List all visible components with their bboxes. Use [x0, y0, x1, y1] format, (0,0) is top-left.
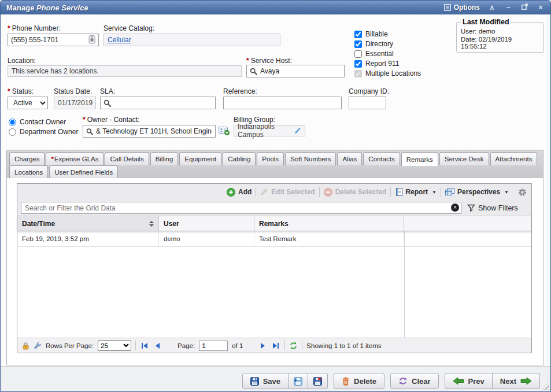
collapse-icon[interactable]: ∧ [488, 3, 496, 12]
service-host-value: Avaya [260, 67, 279, 75]
required-asterisk: * [83, 116, 86, 124]
tab-remarks[interactable]: Remarks [401, 152, 438, 166]
perspectives-button[interactable]: Perspectives ▼ [445, 188, 509, 196]
clear-refresh-icon [398, 377, 408, 385]
toolbar-separator [256, 187, 256, 197]
edit-selected-button: Edit Selected [260, 188, 315, 196]
phone-number-input[interactable] [8, 34, 99, 46]
delete-button[interactable]: Delete [334, 373, 384, 389]
next-page-button[interactable] [259, 342, 267, 349]
page-label: Page: [177, 342, 195, 349]
table-row[interactable]: Feb 19, 2019, 3:52 pm demo Test Remark [17, 231, 531, 247]
options-button[interactable]: Options [444, 3, 480, 12]
pager-separator [302, 341, 302, 350]
save-button[interactable]: Save [242, 373, 289, 389]
contact-owner-radio[interactable] [9, 119, 16, 126]
page-input[interactable] [199, 341, 228, 351]
tab-alias[interactable]: Alias [337, 152, 362, 165]
add-contact-icon[interactable] [219, 126, 230, 138]
close-icon[interactable]: × [537, 3, 545, 12]
column-header-user[interactable]: User [159, 216, 254, 231]
location-field: This service has 2 locations. [8, 65, 242, 77]
lock-icon[interactable] [22, 342, 29, 350]
tab-service-desk[interactable]: Service Desk [439, 152, 489, 165]
show-filters-button[interactable]: Show Filters [467, 204, 518, 212]
prev-page-button[interactable] [153, 342, 161, 349]
directory-checkbox[interactable] [354, 40, 362, 48]
resize-grip[interactable] [542, 383, 549, 390]
minimize-icon[interactable]: − [504, 3, 512, 12]
tab-attachments[interactable]: Attachments [490, 152, 538, 165]
tab-billing[interactable]: Billing [150, 152, 179, 165]
wrench-icon[interactable] [34, 342, 42, 350]
rows-per-page-select[interactable]: 25 [98, 340, 131, 351]
tab-charges[interactable]: Charges [9, 152, 45, 165]
refresh-icon[interactable] [289, 342, 298, 350]
report-button[interactable]: Report ▼ [395, 188, 437, 196]
status-select[interactable]: Active [8, 97, 48, 109]
tab-user-defined-fields[interactable]: User Defined Fields [49, 165, 118, 179]
essential-checkbox[interactable] [354, 50, 362, 58]
tab-expense-glas[interactable]: *Expense GLAs [46, 152, 103, 165]
search-icon [86, 128, 93, 135]
owner-contact-lookup[interactable]: & Technology ET 101H, School Engineer [83, 125, 216, 138]
service-host-label: *Service Host: [246, 57, 292, 65]
company-id-input[interactable] [349, 97, 386, 109]
report-911-checkbox-row: Report 911 [354, 60, 399, 68]
status-date-field: 01/17/2019 [54, 97, 96, 109]
save-and-new-button[interactable] [289, 373, 308, 389]
toolbar-separator [441, 187, 441, 197]
reference-input[interactable] [223, 97, 342, 109]
report-911-checkbox[interactable] [354, 60, 362, 68]
tab-pools[interactable]: Pools [257, 152, 284, 165]
sla-lookup[interactable] [100, 97, 216, 109]
clear-button[interactable]: Clear [390, 373, 439, 389]
last-page-button[interactable] [271, 342, 280, 349]
tab-locations[interactable]: Locations [9, 165, 48, 179]
report-911-label: Report 911 [365, 60, 399, 68]
billable-checkbox[interactable] [354, 31, 362, 38]
sla-label: SLA: [100, 87, 115, 95]
next-button[interactable]: Next [493, 373, 540, 389]
tab-equipment[interactable]: Equipment [179, 152, 221, 165]
service-catalog-link[interactable]: Cellular [108, 36, 131, 44]
tab-soft-numbers[interactable]: Soft Numbers [285, 152, 336, 165]
edit-pencil-icon [260, 188, 268, 196]
clear-search-icon[interactable]: × [451, 204, 459, 212]
titlebar: Manage Phone Service Options ∧ − × [1, 1, 550, 14]
filter-funnel-icon [467, 204, 475, 212]
phone-extension-icon[interactable] [88, 35, 95, 46]
chevron-down-icon: ▼ [432, 190, 437, 195]
directory-checkbox-row: Directory [354, 40, 393, 48]
showing-items-status: Showing 1 to 1 of 1 items [306, 342, 381, 349]
prev-button[interactable]: Prev [445, 373, 493, 389]
contact-owner-label: Contact Owner [20, 118, 66, 126]
edit-pencil-icon[interactable] [294, 127, 301, 134]
column-header-remarks[interactable]: Remarks [254, 216, 404, 231]
department-owner-radio-row: Department Owner [9, 128, 78, 136]
manage-phone-service-window: Manage Phone Service Options ∧ − × *Phon… [0, 0, 551, 392]
department-owner-radio[interactable] [9, 128, 16, 136]
column-header-datetime[interactable]: Date/Time [17, 216, 159, 231]
tab-call-details[interactable]: Call Details [105, 152, 149, 165]
save-and-new-icon [294, 377, 302, 386]
search-input[interactable] [21, 202, 461, 214]
last-modified-date: Date: 02/19/2019 15:55:12 [461, 36, 539, 50]
grid-search-row: × Show Filters [17, 200, 531, 216]
billable-checkbox-row: Billable [354, 30, 388, 38]
service-host-lookup[interactable]: Avaya [246, 65, 345, 77]
multiple-locations-checkbox-row: Multiple Locations [354, 69, 421, 77]
add-button[interactable]: Add [227, 188, 252, 197]
popout-icon[interactable] [520, 3, 528, 12]
gear-icon[interactable] [518, 188, 527, 197]
location-label: Location: [8, 57, 36, 65]
grid-pagination-bar: Rows Per Page: 25 Page: of 1 Showing 1 t… [17, 338, 531, 353]
first-page-button[interactable] [140, 342, 149, 349]
phone-number-label: *Phone Number: [8, 24, 61, 32]
window-title-object: Phone Service [36, 3, 88, 12]
company-id-label: Company ID: [349, 87, 389, 95]
tab-contacts[interactable]: Contacts [363, 152, 400, 165]
service-catalog-field: Cellular [103, 34, 280, 46]
tab-cabling[interactable]: Cabling [223, 152, 256, 165]
save-and-close-button[interactable] [308, 373, 328, 389]
